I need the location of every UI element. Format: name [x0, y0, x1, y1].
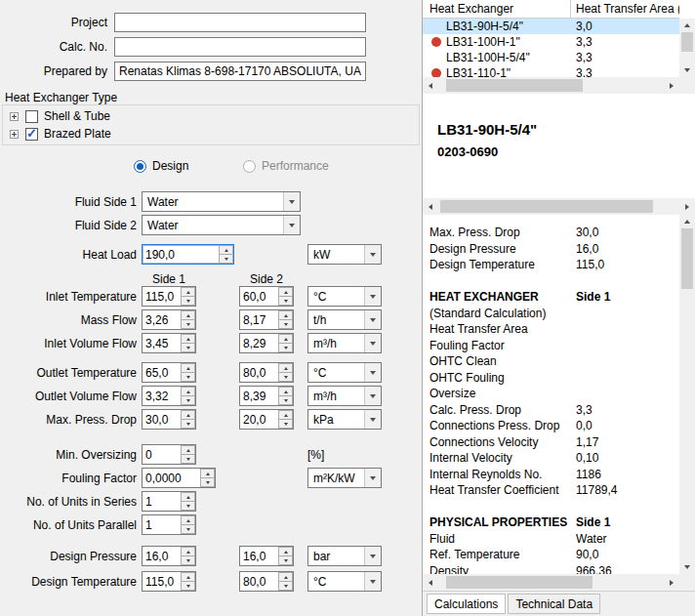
spin-up-icon[interactable] [181, 387, 195, 396]
dropdown-arrow-icon[interactable] [364, 363, 381, 382]
spinner[interactable] [142, 468, 216, 488]
spinner[interactable] [142, 386, 196, 406]
dropdown-arrow-icon[interactable] [364, 469, 381, 487]
spinner[interactable] [142, 333, 196, 353]
spin-up-icon[interactable] [278, 572, 293, 582]
spin-up-icon[interactable] [200, 469, 215, 478]
spin-up-icon[interactable] [278, 387, 293, 396]
col-heat-transfer-area[interactable]: Heat Transfer Area (r [571, 0, 679, 18]
scroll-track[interactable] [679, 228, 695, 560]
spinner-input[interactable] [143, 445, 181, 464]
spinner-input[interactable] [143, 515, 181, 534]
spinner-input[interactable] [240, 572, 278, 591]
scroll-right-icon[interactable] [664, 77, 679, 94]
spin-up-icon[interactable] [278, 547, 293, 556]
spin-down-icon[interactable] [278, 373, 293, 382]
spinner-input[interactable] [240, 363, 278, 382]
col-heat-exchanger[interactable]: Heat Exchanger [423, 0, 571, 18]
spinner[interactable] [239, 333, 294, 353]
spin-up-icon[interactable] [181, 287, 195, 297]
unit-combo[interactable]: m³/h [307, 333, 382, 353]
spin-down-icon[interactable] [278, 344, 293, 352]
spin-down-icon[interactable] [278, 396, 293, 405]
scroll-thumb[interactable] [681, 32, 693, 52]
spin-down-icon[interactable] [181, 396, 195, 405]
spin-down-icon[interactable] [219, 255, 233, 264]
unit-combo[interactable]: °C [307, 571, 382, 592]
spin-down-icon[interactable] [181, 373, 195, 382]
spin-down-icon[interactable] [278, 297, 293, 306]
spinner-input[interactable] [240, 287, 278, 306]
spin-up-icon[interactable] [278, 287, 293, 297]
spin-down-icon[interactable] [181, 455, 195, 464]
dropdown-arrow-icon[interactable] [364, 547, 381, 565]
spinner-input[interactable] [143, 334, 181, 352]
spinner[interactable] [239, 386, 294, 406]
calc-no-input[interactable] [114, 37, 366, 57]
spin-down-icon[interactable] [278, 582, 293, 591]
hx-list-vscrollbar[interactable] [679, 19, 695, 77]
spinner-input[interactable] [143, 245, 219, 264]
spin-up-icon[interactable] [181, 572, 195, 582]
spin-up-icon[interactable] [278, 334, 293, 344]
scroll-track[interactable] [679, 32, 695, 63]
spinner-input[interactable] [143, 387, 181, 405]
unit-combo[interactable]: kPa [307, 409, 382, 430]
spinner-input[interactable] [143, 410, 181, 429]
spinner[interactable] [142, 409, 196, 430]
spinner[interactable] [239, 362, 294, 383]
spinner-input[interactable] [143, 363, 181, 382]
fluid-side-2-combo[interactable]: Water [142, 215, 301, 235]
spin-down-icon[interactable] [181, 582, 195, 591]
spinner[interactable] [142, 571, 196, 592]
spin-up-icon[interactable] [181, 445, 195, 455]
spin-up-icon[interactable] [278, 410, 293, 420]
spinner-input[interactable] [143, 310, 181, 329]
scroll-right-icon[interactable] [679, 198, 695, 215]
spin-up-icon[interactable] [181, 547, 195, 556]
scroll-thumb[interactable] [446, 79, 583, 92]
spinner-input[interactable] [143, 492, 181, 511]
spin-up-icon[interactable] [181, 363, 195, 373]
spinner-input[interactable] [240, 310, 278, 329]
expand-plus-icon[interactable] [10, 130, 19, 139]
spin-down-icon[interactable] [181, 344, 195, 352]
spinner[interactable] [239, 309, 294, 330]
scroll-right-icon[interactable] [664, 574, 679, 591]
dropdown-arrow-icon[interactable] [364, 410, 381, 429]
scroll-up-icon[interactable] [679, 215, 695, 228]
fluid-side-1-combo[interactable]: Water [142, 191, 301, 212]
spinner[interactable] [142, 362, 196, 383]
unit-combo[interactable]: m³/h [307, 386, 382, 406]
spinner[interactable] [142, 491, 196, 512]
scroll-down-icon[interactable] [679, 560, 695, 574]
props-hscrollbar[interactable] [423, 574, 679, 591]
spinner[interactable] [142, 546, 196, 566]
scroll-left-icon[interactable] [423, 574, 438, 591]
type-tree-item[interactable]: Brazed Plate [3, 125, 419, 143]
spinner[interactable] [239, 286, 294, 307]
scroll-up-icon[interactable] [679, 19, 695, 32]
scroll-track[interactable] [438, 574, 664, 591]
spin-up-icon[interactable] [181, 334, 195, 344]
hx-list-row[interactable]: LB31-110-1"3,3 [423, 65, 679, 77]
dropdown-arrow-icon[interactable] [364, 287, 381, 306]
spin-down-icon[interactable] [278, 420, 293, 429]
scroll-left-icon[interactable] [423, 77, 438, 94]
props-vscrollbar[interactable] [679, 215, 695, 574]
spin-down-icon[interactable] [181, 525, 195, 534]
expand-plus-icon[interactable] [10, 112, 19, 121]
spin-up-icon[interactable] [278, 363, 293, 373]
spin-up-icon[interactable] [181, 492, 195, 502]
spin-down-icon[interactable] [200, 478, 215, 487]
scroll-thumb[interactable] [681, 228, 693, 289]
spin-down-icon[interactable] [278, 320, 293, 329]
spin-down-icon[interactable] [181, 502, 195, 511]
spinner[interactable] [239, 571, 294, 592]
dropdown-arrow-icon[interactable] [283, 192, 300, 211]
spin-down-icon[interactable] [278, 556, 293, 565]
dropdown-arrow-icon[interactable] [364, 310, 381, 329]
spinner[interactable] [239, 546, 294, 566]
scroll-down-icon[interactable] [679, 63, 695, 77]
spin-down-icon[interactable] [181, 320, 195, 329]
